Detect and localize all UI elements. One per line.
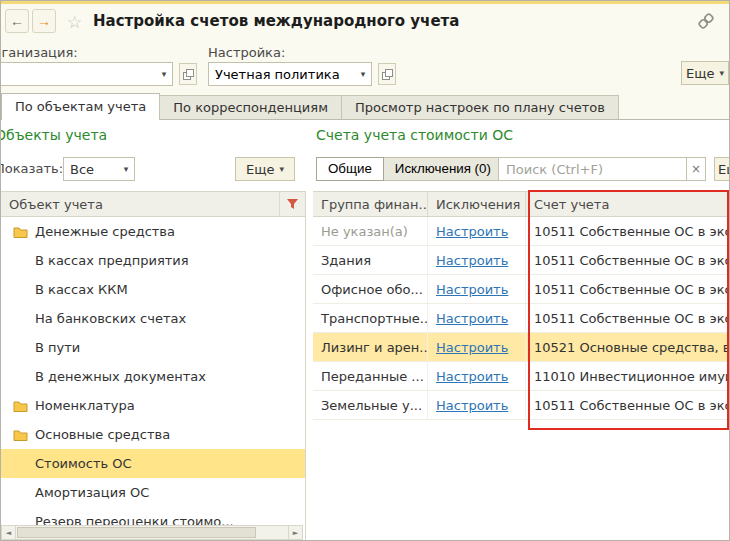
- more-button-top[interactable]: Еще ▾: [681, 61, 729, 85]
- tab-bar: По объектам учета По корреспонденциям Пр…: [0, 93, 730, 120]
- table-row[interactable]: Здания Настроить 10511 Собственные ОС в …: [313, 246, 730, 275]
- scroll-left-icon[interactable]: ◄: [1, 525, 16, 540]
- folder-icon: [13, 226, 28, 238]
- forward-icon: →: [37, 14, 51, 28]
- tree-row[interactable]: В пути: [1, 333, 305, 362]
- configure-cell: Настроить: [428, 304, 526, 332]
- tree-row-selected[interactable]: Стоимость ОС: [1, 449, 305, 478]
- table-row[interactable]: Транспортные... Настроить 10511 Собствен…: [313, 304, 730, 333]
- scroll-right-icon[interactable]: ►: [288, 525, 303, 540]
- tree-row[interactable]: Амортизация ОС: [1, 478, 305, 507]
- filter-icon[interactable]: [279, 192, 305, 216]
- configure-link[interactable]: Настроить: [436, 311, 508, 326]
- configure-link[interactable]: Настроить: [436, 253, 508, 268]
- configure-link[interactable]: Настроить: [436, 369, 508, 384]
- configure-link[interactable]: Настроить: [436, 224, 508, 239]
- table-row[interactable]: Переданные ... Настроить 11010 Инвестици…: [313, 362, 730, 391]
- app-window: ← → ☆ Настройка счетов международного уч…: [0, 0, 730, 541]
- tree-row[interactable]: В кассах ККМ: [1, 275, 305, 304]
- favorites-star-icon[interactable]: ☆: [67, 12, 82, 32]
- group-cell: Не указан(а): [313, 217, 428, 245]
- more-button-left[interactable]: Еще ▾: [235, 157, 295, 181]
- group-cell: Земельные у...: [313, 391, 428, 419]
- tree-row[interactable]: На банковских счетах: [1, 304, 305, 333]
- show-value: Все: [64, 158, 118, 180]
- chevron-down-icon: ▾: [719, 68, 724, 78]
- tree-row[interactable]: Основные средства: [1, 420, 305, 449]
- tab-plan-view[interactable]: Просмотр настроек по плану счетов: [341, 95, 619, 119]
- tree-row-label: В денежных документах: [35, 369, 206, 384]
- show-combo[interactable]: Все ▾: [63, 157, 135, 181]
- column-header-group: Группа финан...: [313, 192, 428, 216]
- tree-table-header: Объект учета: [1, 191, 305, 217]
- scrollbar-track[interactable]: [16, 525, 288, 540]
- account-cell: 10511 Собственные ОС в эксплу: [526, 217, 730, 245]
- setting-open-button[interactable]: [378, 63, 396, 85]
- org-open-button[interactable]: [179, 63, 197, 85]
- more-label: Еще: [718, 162, 730, 177]
- configure-link[interactable]: Настроить: [436, 282, 508, 297]
- configure-link[interactable]: Настроить: [436, 398, 508, 413]
- setting-label: Настройка:: [208, 45, 285, 60]
- back-icon: ←: [10, 14, 24, 28]
- table-row[interactable]: Не указан(а) Настроить 10511 Собственные…: [313, 217, 730, 246]
- tab-by-objects[interactable]: По объектам учета: [1, 93, 160, 120]
- forward-button[interactable]: →: [32, 9, 56, 33]
- search-input[interactable]: [499, 158, 686, 180]
- tree-row[interactable]: Номенклатура: [1, 391, 305, 420]
- setting-combo: ▾: [208, 62, 372, 86]
- tree-column-header: Объект учета: [1, 197, 279, 212]
- configure-cell: Настроить: [428, 333, 526, 361]
- tree-row-label: Основные средства: [35, 427, 170, 442]
- table-row-selected[interactable]: Лизинг и арен... Настроить 10521 Основны…: [313, 333, 730, 362]
- configure-link[interactable]: Настроить: [436, 340, 508, 355]
- more-label: Еще: [246, 162, 274, 177]
- left-panel-title: Объекты учета: [0, 127, 107, 143]
- table-row[interactable]: Земельные у... Настроить 10511 Собственн…: [313, 391, 730, 420]
- column-header-exceptions: Исключения: [428, 192, 526, 216]
- filter-exceptions-button[interactable]: Исключения (0): [383, 157, 503, 181]
- configure-cell: Настроить: [428, 391, 526, 419]
- tree-row[interactable]: В денежных документах: [1, 362, 305, 391]
- open-icon: [183, 69, 194, 80]
- tree-row-label: Номенклатура: [35, 398, 135, 413]
- right-panel-title: Счета учета стоимости ОС: [316, 127, 513, 143]
- scrollbar-thumb[interactable]: [17, 527, 256, 538]
- account-cell: 10511 Собственные ОС в эксплу: [526, 391, 730, 419]
- tree-row-label: В пути: [35, 340, 80, 355]
- account-cell: 11010 Инвестиционное имущест: [526, 362, 730, 390]
- chevron-down-icon: ▾: [279, 164, 284, 174]
- link-icon[interactable]: [697, 12, 715, 33]
- account-cell: 10511 Собственные ОС в эксплу: [526, 304, 730, 332]
- horizontal-scrollbar[interactable]: ◄ ►: [1, 525, 303, 540]
- folder-icon: [13, 429, 28, 441]
- filter-common-button[interactable]: Общие: [316, 157, 384, 181]
- table-row[interactable]: Офисное обо... Настроить 10511 Собственн…: [313, 275, 730, 304]
- more-button-right[interactable]: Еще ▾: [714, 157, 730, 181]
- chevron-down-icon[interactable]: ▾: [118, 158, 134, 180]
- account-cell: 10521 Основные средства, взят: [526, 333, 730, 361]
- toolbar: ← → ☆ Настройка счетов международного уч…: [0, 4, 730, 39]
- objects-tree-table: Объект учета Денежные средства В кассах …: [1, 191, 306, 541]
- more-label: Еще: [686, 66, 714, 81]
- group-cell: Здания: [313, 246, 428, 274]
- org-input[interactable]: [0, 63, 156, 85]
- back-button[interactable]: ←: [5, 9, 29, 33]
- setting-input[interactable]: [209, 63, 355, 85]
- org-combo: ▾: [0, 62, 173, 86]
- tab-by-correspondence[interactable]: По корреспонденциям: [159, 95, 342, 119]
- chevron-down-icon[interactable]: ▾: [156, 63, 172, 85]
- chevron-down-icon[interactable]: ▾: [355, 63, 371, 85]
- tree-row-label: На банковских счетах: [35, 311, 186, 326]
- filter-segment: Общие Исключения (0): [316, 157, 503, 181]
- tree-row-label: Денежные средства: [35, 224, 175, 239]
- tree-row[interactable]: В кассах предприятия: [1, 246, 305, 275]
- tab-content: Объекты учета Показать: Все ▾ Еще ▾ Объе…: [0, 120, 730, 541]
- tree-row-label: Стоимость ОС: [35, 456, 132, 471]
- group-cell: Лизинг и арен...: [313, 333, 428, 361]
- account-cell: 10511 Собственные ОС в эксплу: [526, 275, 730, 303]
- configure-cell: Настроить: [428, 362, 526, 390]
- configure-cell: Настроить: [428, 217, 526, 245]
- search-clear-icon[interactable]: ×: [686, 158, 705, 180]
- tree-row[interactable]: Денежные средства: [1, 217, 305, 246]
